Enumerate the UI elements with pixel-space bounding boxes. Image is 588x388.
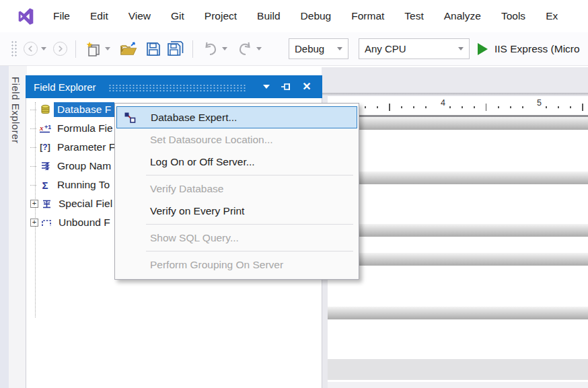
report-design-surface: 4 5: [322, 67, 588, 388]
close-icon: ✕: [302, 81, 311, 92]
menu-item-label: Perform Grouping On Server: [150, 259, 283, 271]
toolbar: Debug Any CPU IIS Express (Micro: [0, 32, 588, 66]
undo-button[interactable]: [203, 38, 219, 61]
sidebar-tab-field-explorer[interactable]: Field Explorer: [10, 77, 22, 144]
pin-icon: [281, 81, 293, 92]
start-debugging-button[interactable]: IIS Express (Micro: [478, 38, 580, 59]
menu-separator: [146, 251, 353, 251]
save-all-icon: [167, 41, 184, 56]
save-button[interactable]: [146, 38, 161, 61]
special-fields-icon: [40, 198, 53, 210]
menu-separator: [146, 175, 353, 176]
unbound-field-icon: [40, 217, 53, 229]
group-name-icon: [38, 160, 52, 172]
parameter-icon: [?]: [38, 141, 52, 153]
expand-plus-icon[interactable]: +: [30, 219, 38, 227]
menu-item-verify-database: Verify Database: [115, 178, 359, 200]
menu-test[interactable]: Test: [394, 0, 433, 32]
svg-text:+1: +1: [44, 124, 51, 130]
tree-item-label: Parameter F: [54, 140, 118, 155]
tree-item-label: Special Fiel: [55, 196, 116, 211]
report-page: [328, 117, 588, 388]
open-file-button[interactable]: [120, 38, 138, 61]
undo-icon: [203, 42, 219, 56]
report-section-divider[interactable]: [328, 224, 588, 237]
menu-item-label: Log On or Off Server...: [150, 156, 255, 168]
menu-item-label: Set Datasource Location...: [150, 134, 273, 146]
menu-project[interactable]: Project: [194, 0, 247, 32]
report-section-divider[interactable]: [328, 307, 588, 319]
menu-edit[interactable]: Edit: [80, 0, 118, 32]
context-menu: Database Expert... Set Datasource Locati…: [114, 103, 359, 280]
formula-icon: x +1: [38, 122, 52, 134]
navigate-back-button[interactable]: [24, 38, 38, 61]
new-item-icon: [85, 41, 102, 57]
menu-debug[interactable]: Debug: [291, 0, 342, 32]
menu-item-log-on-or-off-server[interactable]: Log On or Off Server...: [115, 151, 359, 173]
menu-item-verify-on-every-print[interactable]: Verify on Every Print: [115, 200, 359, 222]
menu-bar: File Edit View Git Project Build Debug F…: [0, 0, 588, 32]
redo-icon: [237, 42, 253, 56]
menu-extensions[interactable]: Ex: [536, 0, 568, 32]
report-section-band[interactable]: [328, 359, 588, 380]
back-dropdown-caret[interactable]: [41, 47, 46, 50]
new-item-button[interactable]: [85, 38, 102, 61]
save-all-button[interactable]: [167, 38, 184, 61]
menu-separator: [146, 224, 353, 225]
report-section-divider[interactable]: [328, 171, 588, 184]
menu-format[interactable]: Format: [341, 0, 394, 32]
report-section-divider[interactable]: [328, 117, 588, 130]
solution-platform-dropdown[interactable]: Any CPU: [359, 38, 470, 59]
save-icon: [146, 42, 161, 56]
toolbar-drag-grip[interactable]: [11, 40, 17, 58]
menu-item-label: Verify Database: [150, 183, 223, 195]
solution-configuration-dropdown[interactable]: Debug: [289, 38, 348, 59]
menu-tools[interactable]: Tools: [491, 0, 536, 32]
autohide-tab-strip: Field Explorer: [0, 66, 27, 388]
solution-configuration-value: Debug: [295, 43, 324, 54]
design-pane-top-rule: [322, 93, 588, 95]
forward-arrow-icon: [53, 42, 67, 56]
running-total-icon: Σ: [38, 179, 52, 191]
menu-item-label: Database Expert...: [151, 112, 237, 124]
chevron-down-icon: [458, 47, 464, 50]
redo-dropdown-caret[interactable]: [256, 47, 262, 50]
chevron-down-icon: [263, 85, 270, 89]
visual-studio-window: File Edit View Git Project Build Debug F…: [0, 0, 588, 388]
solution-platform-value: Any CPU: [365, 43, 406, 54]
menu-item-label: Verify on Every Print: [150, 205, 244, 217]
navigate-forward-button[interactable]: [53, 38, 67, 61]
panel-title: Field Explorer: [34, 81, 96, 93]
run-target-label: IIS Express (Micro: [494, 43, 580, 55]
visual-studio-logo-icon: [17, 7, 35, 26]
database-expert-icon: [124, 112, 136, 124]
title-drag-grip[interactable]: [108, 84, 246, 91]
menu-view[interactable]: View: [118, 0, 161, 32]
menu-analyze[interactable]: Analyze: [434, 0, 491, 32]
field-explorer-title-bar[interactable]: Field Explorer ✕: [26, 75, 322, 98]
menu-file[interactable]: File: [43, 0, 80, 32]
page-bottom-strip: [328, 382, 588, 388]
tree-item-label: Group Nam: [54, 159, 114, 173]
tree-item-label: Formula Fie: [54, 121, 116, 136]
svg-text:x: x: [39, 124, 44, 132]
report-section-divider[interactable]: [328, 253, 588, 266]
menu-git[interactable]: Git: [161, 0, 194, 32]
menu-item-database-expert[interactable]: Database Expert...: [116, 106, 357, 128]
tree-item-label: Database F: [54, 102, 114, 117]
window-position-button[interactable]: [259, 79, 274, 94]
open-folder-icon: [120, 41, 138, 57]
expand-plus-icon[interactable]: +: [30, 200, 38, 208]
auto-hide-pin-button[interactable]: [279, 79, 294, 94]
menu-build[interactable]: Build: [247, 0, 290, 32]
tree-item-label: Running To: [54, 178, 113, 192]
new-item-dropdown-caret[interactable]: [105, 47, 110, 50]
close-panel-button[interactable]: ✕: [299, 79, 314, 94]
chevron-down-icon: [337, 47, 342, 50]
menu-item-show-sql-query: Show SQL Query...: [115, 227, 359, 249]
tree-item-label: Unbound F: [55, 215, 114, 230]
undo-dropdown-caret[interactable]: [222, 47, 227, 50]
redo-button[interactable]: [237, 38, 253, 61]
menu-item-set-datasource-location: Set Datasource Location...: [115, 128, 359, 151]
menu-item-perform-grouping-on-server: Perform Grouping On Server: [115, 254, 359, 276]
